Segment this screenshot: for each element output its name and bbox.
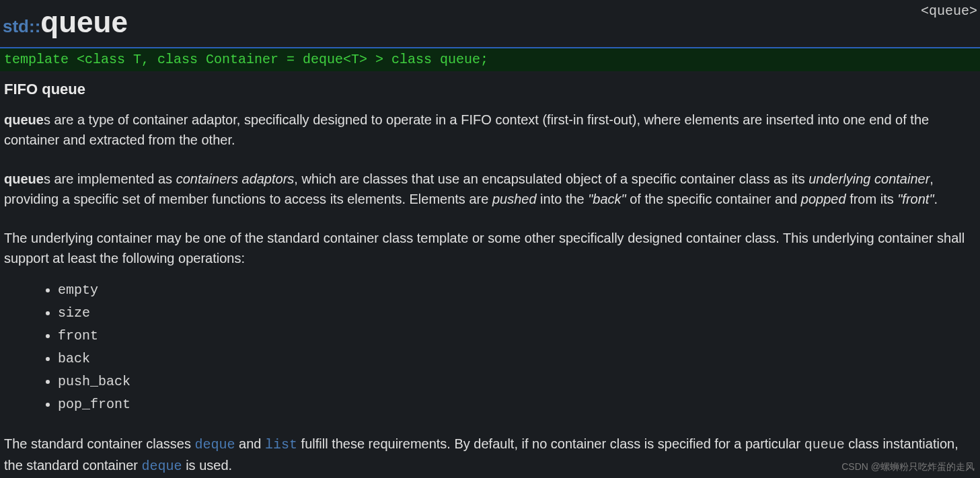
- em: underlying container: [808, 171, 930, 186]
- header-include-link[interactable]: <queue>: [921, 1, 977, 22]
- content-body: FIFO queue queues are a type of containe…: [0, 71, 980, 477]
- list-item: pop_front: [58, 395, 976, 415]
- t: fulfill these requirements. By default, …: [297, 436, 804, 451]
- t: is used.: [182, 458, 232, 473]
- em: popped: [801, 192, 846, 206]
- para1-text: s are a type of container adaptor, speci…: [4, 112, 929, 147]
- t: and: [235, 436, 265, 451]
- link-deque[interactable]: deque: [195, 437, 235, 452]
- class-name: queue: [40, 5, 128, 38]
- term-queue: queue: [4, 171, 44, 186]
- em: "back": [588, 192, 626, 206]
- t: from its: [846, 192, 898, 206]
- paragraph-1: queues are a type of container adaptor, …: [4, 110, 976, 150]
- t: The standard container classes: [4, 436, 195, 451]
- em: pushed: [492, 192, 537, 206]
- t: of the specific container and: [626, 192, 801, 206]
- list-item: size: [58, 303, 976, 323]
- mono-queue: queue: [804, 437, 845, 452]
- t: .: [934, 192, 938, 206]
- term-queue: queue: [4, 112, 44, 127]
- namespace-prefix: std::: [3, 16, 40, 36]
- watermark: CSDN @螺蛳粉只吃炸蛋的走风: [841, 460, 975, 474]
- list-item: front: [58, 326, 976, 346]
- paragraph-2: queues are implemented as containers ada…: [4, 169, 976, 209]
- page-title: std::queue: [0, 0, 980, 47]
- link-list[interactable]: list: [265, 437, 297, 452]
- em: containers adaptors: [176, 171, 295, 186]
- operations-list: empty size front back push_back pop_fron…: [58, 280, 976, 415]
- list-item: push_back: [58, 372, 976, 392]
- subtitle: FIFO queue: [4, 78, 976, 100]
- list-item: back: [58, 349, 976, 369]
- t: s are implemented as: [44, 171, 176, 186]
- list-item: empty: [58, 280, 976, 301]
- t: , which are classes that use an encapsul…: [294, 171, 808, 186]
- template-declaration: template <class T, class Container = deq…: [0, 48, 980, 71]
- t: into the: [537, 192, 589, 206]
- paragraph-3: The underlying container may be one of t…: [4, 228, 976, 268]
- em: "front": [897, 192, 934, 206]
- paragraph-4: The standard container classes deque and…: [4, 434, 976, 477]
- link-deque[interactable]: deque: [142, 459, 182, 474]
